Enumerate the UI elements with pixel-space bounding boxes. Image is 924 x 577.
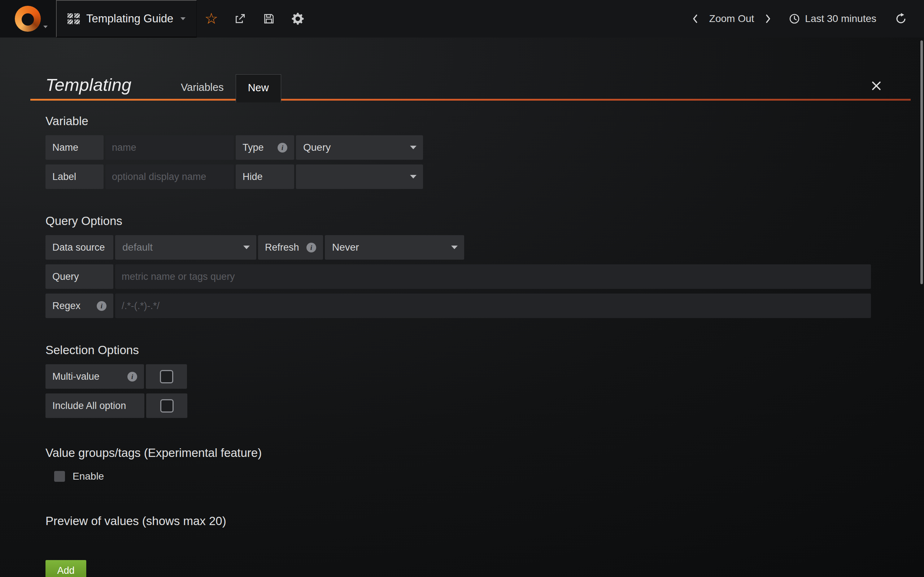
info-icon[interactable]: i <box>307 243 316 253</box>
time-range-label: Last 30 minutes <box>805 13 876 24</box>
refresh-dashboard-button[interactable] <box>886 0 916 37</box>
add-button[interactable]: Add <box>45 560 86 577</box>
tab-new[interactable]: New <box>236 74 281 102</box>
save-dashboard-button[interactable] <box>254 0 283 37</box>
include-all-row: Include All option <box>45 393 924 418</box>
chevron-down-icon <box>243 246 250 249</box>
time-shift-back-button[interactable] <box>684 0 707 37</box>
grafana-logo-icon <box>15 6 41 32</box>
checkbox-unchecked-icon <box>160 399 174 413</box>
multi-value-row: Multi-value i <box>45 364 924 389</box>
name-label: Name <box>45 135 103 160</box>
regex-label: Regex i <box>45 293 113 318</box>
editor-tabs: Variables New <box>169 74 281 101</box>
dashboard-title: Templating Guide <box>86 12 173 25</box>
chevron-down-icon <box>181 17 186 20</box>
templating-editor-header: Templating Variables New <box>30 37 911 101</box>
tab-variables[interactable]: Variables <box>169 74 236 101</box>
type-select-value: Query <box>303 142 331 153</box>
refresh-icon <box>895 13 907 24</box>
label-input[interactable] <box>105 164 234 189</box>
section-selection-options: Selection Options Multi-value i Include … <box>45 343 924 418</box>
variable-heading: Variable <box>45 114 924 128</box>
checkbox-unchecked-icon <box>160 370 173 384</box>
time-shift-forward-button[interactable] <box>756 0 779 37</box>
section-value-groups: Value groups/tags (Experimental feature)… <box>45 446 924 482</box>
refresh-select[interactable]: Never <box>325 235 464 259</box>
info-icon[interactable]: i <box>128 372 137 382</box>
type-select[interactable]: Query <box>296 135 423 160</box>
selection-options-heading: Selection Options <box>45 343 924 357</box>
variable-row-1: Name Type i Query <box>45 135 924 160</box>
tab-underline <box>30 99 911 101</box>
variable-row-2: Label Hide <box>45 164 924 189</box>
navbar-right-controls: Zoom Out Last 30 minutes <box>684 0 916 37</box>
type-label: Type i <box>236 135 294 160</box>
share-dashboard-button[interactable] <box>226 0 254 37</box>
multi-value-label: Multi-value i <box>45 364 144 389</box>
multi-value-checkbox[interactable] <box>146 364 187 389</box>
enable-checkbox[interactable] <box>54 471 65 482</box>
regex-input[interactable] <box>115 293 871 318</box>
refresh-select-value: Never <box>332 242 359 253</box>
share-icon <box>234 13 246 25</box>
query-options-row-2: Query <box>45 264 924 289</box>
enable-label: Enable <box>73 471 104 482</box>
query-label: Query <box>45 264 113 289</box>
datasource-select[interactable]: default <box>115 235 256 259</box>
zoom-out-label: Zoom Out <box>709 13 754 24</box>
name-input[interactable] <box>105 135 234 160</box>
dashboard-settings-button[interactable] <box>283 0 312 37</box>
include-all-label: Include All option <box>45 393 144 418</box>
chevron-down-icon <box>410 146 417 149</box>
value-groups-heading: Value groups/tags (Experimental feature) <box>45 446 924 460</box>
clock-icon <box>789 13 800 24</box>
enable-row: Enable <box>54 471 924 482</box>
star-dashboard-button[interactable]: ☆ <box>197 0 226 37</box>
section-variable: Variable Name Type i Query Label Hide <box>45 114 924 189</box>
close-editor-button[interactable] <box>871 81 882 91</box>
chevron-down-icon <box>451 246 458 249</box>
gear-icon <box>291 12 304 25</box>
datasource-label: Data source <box>45 235 113 259</box>
chevron-down-icon <box>410 175 417 179</box>
top-navbar: Templating Guide ☆ <box>0 0 924 37</box>
label-label: Label <box>45 164 103 189</box>
editor-title: Templating <box>45 75 131 95</box>
hide-label: Hide <box>236 164 294 189</box>
section-query-options: Query Options Data source default Refres… <box>45 214 924 318</box>
chevron-down-icon <box>43 26 48 28</box>
time-range-picker-button[interactable]: Last 30 minutes <box>779 0 886 37</box>
variable-editor-form: Variable Name Type i Query Label Hide <box>0 101 924 577</box>
chevron-right-icon <box>764 13 771 24</box>
info-icon[interactable]: i <box>97 301 107 311</box>
datasource-select-value: default <box>122 242 153 253</box>
dashboard-icon <box>68 13 80 24</box>
hide-select[interactable] <box>296 164 423 189</box>
query-options-row-3: Regex i <box>45 293 924 318</box>
chevron-left-icon <box>692 13 699 24</box>
grafana-menu-button[interactable] <box>0 0 56 37</box>
scrollbar-thumb[interactable] <box>921 40 923 284</box>
grafana-app: Templating Guide ☆ <box>0 0 924 577</box>
preview-heading: Preview of values (shows max 20) <box>45 514 924 528</box>
query-options-row-1: Data source default Refresh i Never <box>45 235 924 259</box>
query-input[interactable] <box>115 264 871 289</box>
close-icon <box>871 81 882 91</box>
save-icon <box>263 13 275 25</box>
refresh-label: Refresh i <box>258 235 323 259</box>
star-icon: ☆ <box>204 11 218 26</box>
include-all-checkbox[interactable] <box>146 393 187 418</box>
query-options-heading: Query Options <box>45 214 924 228</box>
dashboard-title-button[interactable]: Templating Guide <box>56 0 197 37</box>
info-icon[interactable]: i <box>278 143 287 153</box>
zoom-out-button[interactable]: Zoom Out <box>707 0 756 37</box>
